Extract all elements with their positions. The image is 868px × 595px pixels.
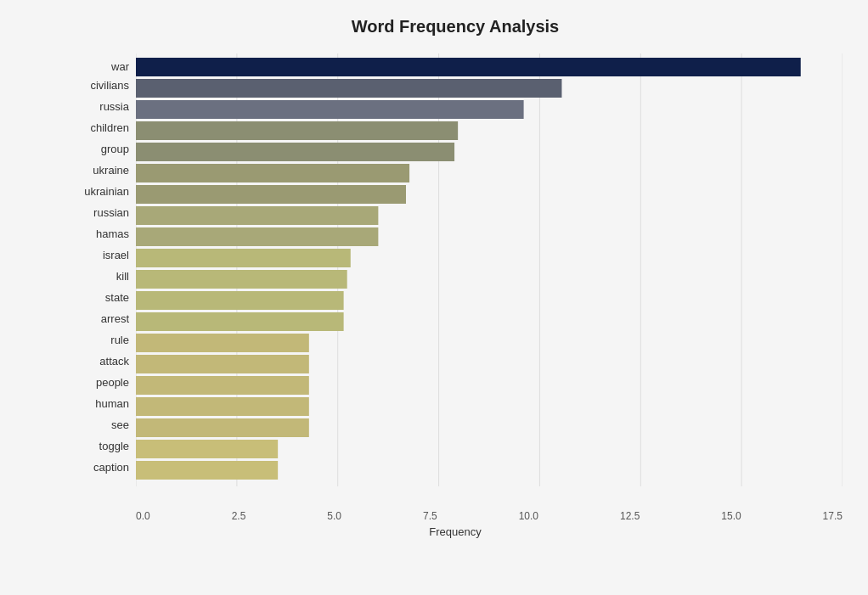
y-label: ukraine [68, 160, 136, 181]
svg-rect-13 [136, 164, 409, 182]
y-label: people [68, 372, 136, 393]
y-label: see [68, 414, 136, 435]
x-tick: 10.0 [519, 510, 538, 522]
y-label: hamas [68, 223, 136, 244]
y-label: group [68, 138, 136, 160]
x-ticks: 0.02.55.07.510.012.515.017.5 [136, 510, 843, 522]
svg-rect-26 [136, 440, 278, 458]
y-label: caption [68, 457, 136, 478]
y-label: state [68, 287, 136, 308]
y-label: arrest [68, 308, 136, 329]
y-label: human [68, 393, 136, 414]
y-label: civilians [68, 75, 136, 96]
y-label: russian [68, 202, 136, 223]
y-label: ukrainian [68, 181, 136, 202]
x-tick: 17.5 [823, 510, 843, 522]
svg-rect-15 [136, 206, 378, 225]
y-label: toggle [68, 435, 136, 457]
x-tick: 7.5 [423, 510, 437, 522]
x-axis: 0.02.55.07.510.012.515.017.5 [68, 510, 843, 522]
svg-rect-8 [136, 58, 801, 76]
y-label: russia [68, 96, 136, 117]
svg-rect-14 [136, 185, 406, 204]
y-label: rule [68, 329, 136, 351]
x-tick: 2.5 [232, 510, 246, 522]
y-axis-labels: warciviliansrussiachildrengroupukraineuk… [68, 53, 136, 486]
x-tick: 15.0 [721, 510, 741, 522]
svg-rect-22 [136, 355, 309, 373]
svg-rect-25 [136, 418, 309, 437]
svg-rect-20 [136, 312, 344, 331]
svg-rect-9 [136, 79, 561, 98]
x-axis-label: Frequency [68, 525, 843, 538]
chart-title: Word Frequency Analysis [68, 17, 843, 36]
y-label: children [68, 117, 136, 138]
svg-rect-21 [136, 334, 309, 352]
y-label: war [68, 53, 136, 75]
x-tick: 12.5 [620, 510, 640, 522]
svg-rect-27 [136, 461, 278, 480]
svg-rect-10 [136, 100, 524, 119]
chart-svg [136, 53, 843, 486]
plot-area [136, 53, 843, 486]
y-label: kill [68, 266, 136, 287]
svg-rect-19 [136, 291, 344, 310]
svg-rect-16 [136, 227, 378, 246]
svg-rect-11 [136, 121, 458, 140]
svg-rect-12 [136, 143, 454, 161]
y-label: israel [68, 244, 136, 266]
svg-rect-17 [136, 249, 351, 267]
svg-rect-24 [136, 397, 309, 416]
x-tick: 5.0 [327, 510, 341, 522]
svg-rect-18 [136, 270, 347, 289]
x-tick: 0.0 [136, 510, 150, 522]
svg-rect-23 [136, 376, 309, 395]
y-label: attack [68, 351, 136, 372]
chart-container: Word Frequency Analysis warciviliansruss… [0, 0, 868, 595]
